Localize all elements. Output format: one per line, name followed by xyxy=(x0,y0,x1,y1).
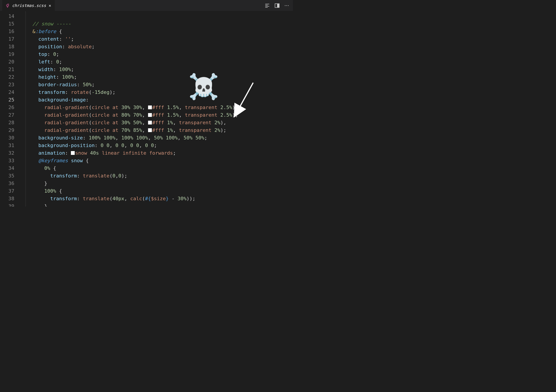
line-number[interactable]: 22 xyxy=(0,73,14,81)
code-line[interactable]: animation: snow 40s linear infinite forw… xyxy=(21,149,293,157)
align-icon[interactable] xyxy=(265,3,270,8)
code-line[interactable]: transform: rotate(-15deg); xyxy=(21,89,293,96)
code-line[interactable]: background-size: 100% 100%, 100% 100%, 5… xyxy=(21,134,293,142)
tab-christmas-scss[interactable]: christmas.scss ✕ xyxy=(2,0,55,11)
color-swatch[interactable] xyxy=(71,151,75,155)
color-swatch[interactable] xyxy=(148,106,152,109)
code-line[interactable]: } xyxy=(21,203,293,206)
code-line[interactable]: position: absolute; xyxy=(21,43,293,51)
line-number[interactable]: 36 xyxy=(0,180,14,187)
split-editor-icon[interactable] xyxy=(275,3,279,8)
close-icon[interactable]: ✕ xyxy=(48,3,52,8)
svg-point-3 xyxy=(286,5,287,6)
code-line[interactable]: // snow ----- xyxy=(21,20,293,28)
code-line[interactable]: left: 0; xyxy=(21,58,293,66)
line-number[interactable]: 14 xyxy=(0,13,14,20)
color-swatch[interactable] xyxy=(148,121,152,124)
code-line[interactable]: @keyframes snow { xyxy=(21,157,293,165)
code-line[interactable]: radial-gradient(circle at 80% 70%, #fff … xyxy=(21,111,293,119)
code-line[interactable]: radial-gradient(circle at 30% 30%, #fff … xyxy=(21,104,293,111)
line-number[interactable]: 18 xyxy=(0,43,14,51)
line-number[interactable]: 16 xyxy=(0,28,14,35)
code-line[interactable]: 100% { xyxy=(21,187,293,195)
line-number[interactable]: 24 xyxy=(0,89,14,96)
code-line[interactable]: transform: translate(0,0); xyxy=(21,172,293,180)
line-number[interactable]: 17 xyxy=(0,35,14,43)
line-number[interactable]: 39 xyxy=(0,203,14,206)
code-editor[interactable]: // snow ----- &:before { content: ''; po… xyxy=(21,11,293,206)
code-line[interactable]: radial-gradient(circle at 30% 50%, #fff … xyxy=(21,119,293,127)
skull-emoji-overlay: ☠️ xyxy=(188,83,219,90)
line-number[interactable]: 38 xyxy=(0,195,14,203)
line-number[interactable]: 15 xyxy=(0,20,14,28)
line-number[interactable]: 26 xyxy=(0,104,14,111)
color-swatch[interactable] xyxy=(148,113,152,117)
line-number[interactable]: 27 xyxy=(0,111,14,119)
titlebar-actions xyxy=(265,3,291,8)
line-number[interactable]: 32 xyxy=(0,149,14,157)
code-line[interactable]: border-radius: 50%; xyxy=(21,81,293,89)
code-line[interactable]: &:before { xyxy=(21,28,293,35)
code-line[interactable]: top: 0; xyxy=(21,51,293,58)
line-number-gutter: 14 15 16 17 18 19 20 21 22 23 24 25 26 2… xyxy=(0,11,21,206)
tab-label: christmas.scss xyxy=(12,3,46,8)
code-line[interactable]: radial-gradient(circle at 70% 85%, #fff … xyxy=(21,127,293,134)
code-line[interactable]: background-position: 0 0, 0 0, 0 0, 0 0; xyxy=(21,142,293,149)
code-line[interactable]: } xyxy=(21,180,293,187)
color-swatch[interactable] xyxy=(148,128,152,132)
line-number[interactable]: 25 xyxy=(0,96,14,104)
sass-icon xyxy=(5,3,10,8)
svg-rect-1 xyxy=(277,4,279,7)
code-line[interactable]: 0% { xyxy=(21,165,293,172)
svg-point-2 xyxy=(285,5,285,6)
editor-titlebar: christmas.scss ✕ xyxy=(0,0,293,11)
code-line[interactable]: width: 100%; xyxy=(21,66,293,73)
line-number[interactable]: 35 xyxy=(0,172,14,180)
line-number[interactable]: 20 xyxy=(0,58,14,66)
code-line[interactable]: transform: translate(40px, calc(#{$size}… xyxy=(21,195,293,203)
code-line[interactable]: background-image: xyxy=(21,96,293,104)
code-line[interactable] xyxy=(21,13,293,20)
line-number[interactable]: 23 xyxy=(0,81,14,89)
more-icon[interactable] xyxy=(285,3,289,8)
line-number[interactable]: 29 xyxy=(0,127,14,134)
line-number[interactable]: 19 xyxy=(0,51,14,58)
line-number[interactable]: 28 xyxy=(0,119,14,127)
code-line[interactable]: height: 100%; xyxy=(21,73,293,81)
line-number[interactable]: 31 xyxy=(0,142,14,149)
line-number[interactable]: 37 xyxy=(0,187,14,195)
line-number[interactable]: 30 xyxy=(0,134,14,142)
svg-point-4 xyxy=(288,5,288,6)
line-number[interactable]: 34 xyxy=(0,165,14,172)
line-number[interactable]: 21 xyxy=(0,66,14,73)
line-number[interactable]: 33 xyxy=(0,157,14,165)
tab-strip: christmas.scss ✕ xyxy=(2,0,55,11)
code-line[interactable]: content: ''; xyxy=(21,35,293,43)
editor-wrap: 14 15 16 17 18 19 20 21 22 23 24 25 26 2… xyxy=(0,11,293,206)
